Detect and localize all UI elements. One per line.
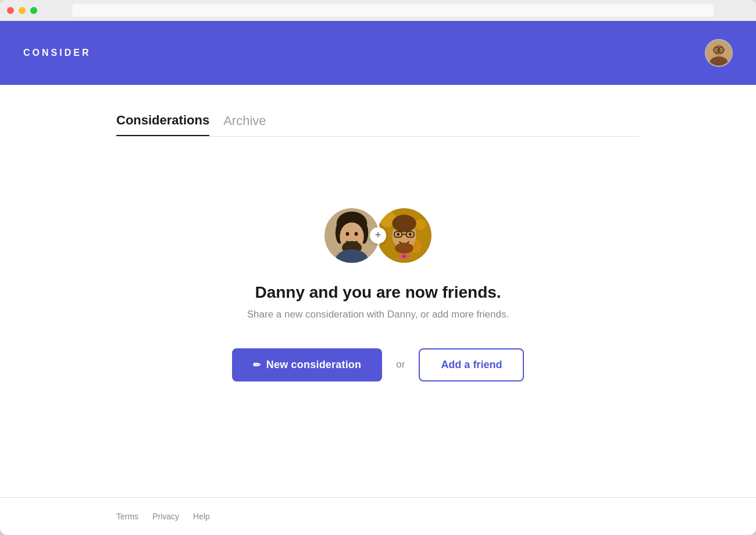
titlebar [0,0,756,21]
footer-terms[interactable]: Terms [116,512,138,521]
avatar-plus-symbol: + [370,227,386,244]
main-content: Considerations Archive [0,85,756,497]
user-avatar[interactable] [705,39,733,67]
footer-privacy[interactable]: Privacy [152,512,179,521]
new-consideration-label: New consideration [266,359,361,371]
maximize-button[interactable] [30,7,37,14]
action-buttons: ✏ New consideration or Add a friend [232,348,525,381]
friends-subtitle: Share a new consideration with Danny, or… [247,309,509,320]
pencil-icon: ✏ [253,359,261,370]
new-consideration-button[interactable]: ✏ New consideration [232,348,383,381]
tab-considerations[interactable]: Considerations [116,113,209,136]
content-area: + [116,137,640,497]
footer-help[interactable]: Help [193,512,210,521]
close-button[interactable] [7,7,14,14]
footer: Terms Privacy Help [0,497,756,535]
friends-title: Danny and you are now friends. [255,283,501,302]
avatar-image [705,39,733,67]
navbar: CONSIDER [0,21,756,85]
add-friend-button[interactable]: Add a friend [419,348,524,381]
svg-point-20 [392,215,416,232]
svg-point-12 [355,231,358,236]
address-bar[interactable] [72,4,714,17]
svg-point-24 [397,233,400,236]
app-window: CONSIDER Considerations Archive [0,0,756,535]
avatars-group: + [323,206,433,265]
svg-point-25 [409,233,412,236]
avatar-svg [705,39,733,67]
svg-point-26 [395,242,413,254]
tab-archive[interactable]: Archive [223,113,266,135]
minimize-button[interactable] [19,7,26,14]
svg-point-27 [402,254,406,258]
svg-point-11 [346,231,350,236]
or-text: or [396,359,405,370]
app-logo: CONSIDER [23,48,91,58]
tabs-container: Considerations Archive [116,85,640,136]
window-controls [7,7,37,14]
svg-point-17 [415,219,426,230]
